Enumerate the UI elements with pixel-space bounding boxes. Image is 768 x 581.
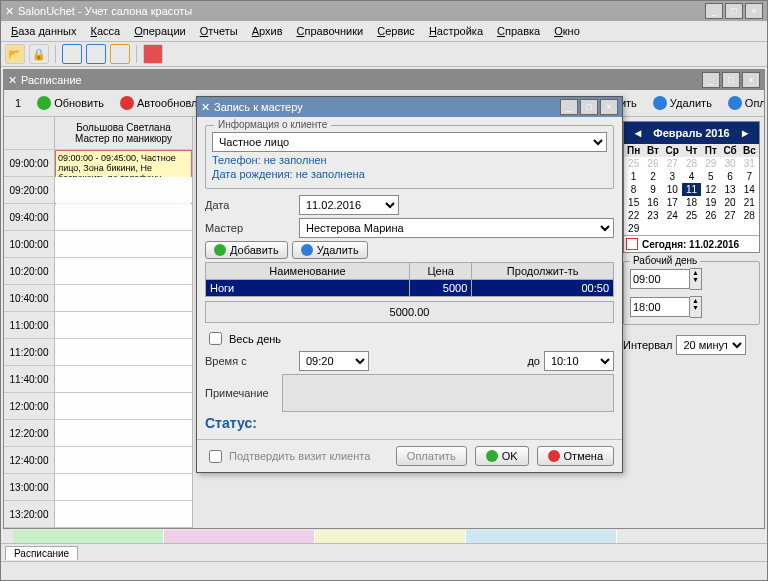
cal-day[interactable]: 27 <box>720 209 739 222</box>
window-icon-3[interactable] <box>110 44 130 64</box>
sub-close[interactable]: × <box>742 72 760 88</box>
window-icon-1[interactable] <box>62 44 82 64</box>
schedule-cell[interactable] <box>55 339 192 365</box>
workday-from[interactable]: ▲▼ <box>630 268 753 290</box>
cal-day[interactable] <box>682 222 701 235</box>
cal-day[interactable]: 2 <box>643 170 662 183</box>
confirm-check[interactable] <box>209 450 222 463</box>
cal-day[interactable]: 25 <box>624 157 643 170</box>
schedule-cell[interactable]: 09:00:00 - 09:45:00, Частное лицо, Зона … <box>55 150 192 176</box>
dlg-ok-btn[interactable]: OK <box>475 446 529 466</box>
cal-day[interactable] <box>643 222 662 235</box>
cal-day[interactable]: 5 <box>701 170 720 183</box>
pay-btn[interactable]: Оплатить <box>721 93 764 113</box>
cal-day[interactable]: 12 <box>701 183 720 196</box>
timeto-select[interactable]: 10:10 <box>544 351 614 371</box>
workday-from-input[interactable] <box>630 269 690 289</box>
schedule-tab[interactable]: Расписание <box>5 546 78 560</box>
schedule-cell[interactable] <box>55 258 192 284</box>
cal-day[interactable]: 24 <box>663 209 682 222</box>
client-type-select[interactable]: Частное лицо <box>212 132 607 152</box>
page-tab[interactable]: 1 <box>8 94 28 112</box>
sub-minimize[interactable]: _ <box>702 72 720 88</box>
menu-item[interactable]: Окно <box>548 23 586 39</box>
menu-item[interactable]: База данных <box>5 23 83 39</box>
cal-day[interactable]: 21 <box>740 196 759 209</box>
interval-select[interactable]: 20 минут <box>676 335 746 355</box>
cal-prev[interactable]: ◄ <box>628 127 647 139</box>
schedule-cell[interactable] <box>55 393 192 419</box>
spin-down[interactable]: ▼ <box>690 304 701 311</box>
menu-item[interactable]: Настройка <box>423 23 489 39</box>
schedule-cell[interactable] <box>55 474 192 500</box>
cal-day[interactable]: 26 <box>643 157 662 170</box>
workday-to-input[interactable] <box>630 297 690 317</box>
note-field[interactable] <box>282 374 614 412</box>
menu-item[interactable]: Справка <box>491 23 546 39</box>
menu-item[interactable]: Сервис <box>371 23 421 39</box>
cal-day[interactable]: 20 <box>720 196 739 209</box>
cal-next[interactable]: ► <box>736 127 755 139</box>
cal-day[interactable] <box>663 222 682 235</box>
schedule-cell[interactable] <box>55 366 192 392</box>
cal-day[interactable]: 3 <box>663 170 682 183</box>
minimize-btn[interactable]: _ <box>705 3 723 19</box>
lock-icon[interactable]: 🔒 <box>29 44 49 64</box>
dlg-cancel-btn[interactable]: Отмена <box>537 446 614 466</box>
dlg-min[interactable]: _ <box>560 99 578 115</box>
cal-day[interactable]: 22 <box>624 209 643 222</box>
cal-day[interactable]: 9 <box>643 183 662 196</box>
cal-day[interactable] <box>720 222 739 235</box>
date-select[interactable]: 11.02.2016 <box>299 195 399 215</box>
master-select[interactable]: Нестерова Марина <box>299 218 614 238</box>
schedule-cell[interactable] <box>55 312 192 338</box>
cal-day[interactable]: 10 <box>663 183 682 196</box>
cal-day[interactable]: 8 <box>624 183 643 196</box>
schedule-cell[interactable] <box>55 447 192 473</box>
sub-maximize[interactable]: □ <box>722 72 740 88</box>
dlg-pay-btn[interactable]: Оплатить <box>396 446 467 466</box>
cal-day[interactable] <box>701 222 720 235</box>
schedule-cell[interactable] <box>55 420 192 446</box>
svc-del-btn[interactable]: Удалить <box>292 241 368 259</box>
dlg-close[interactable]: × <box>600 99 618 115</box>
cal-day[interactable]: 6 <box>720 170 739 183</box>
spin-up[interactable]: ▲ <box>690 297 701 304</box>
menu-item[interactable]: Касса <box>85 23 127 39</box>
cal-day[interactable]: 1 <box>624 170 643 183</box>
cal-day[interactable]: 29 <box>701 157 720 170</box>
cal-day[interactable]: 26 <box>701 209 720 222</box>
cal-day[interactable]: 7 <box>740 170 759 183</box>
cal-day[interactable]: 30 <box>720 157 739 170</box>
timefrom-select[interactable]: 09:20 <box>299 351 369 371</box>
open-icon[interactable]: 📂 <box>5 44 25 64</box>
cal-day[interactable]: 31 <box>740 157 759 170</box>
cal-day[interactable]: 16 <box>643 196 662 209</box>
maximize-btn[interactable]: □ <box>725 3 743 19</box>
allday-check[interactable] <box>209 332 222 345</box>
cal-day[interactable]: 18 <box>682 196 701 209</box>
cal-day[interactable]: 23 <box>643 209 662 222</box>
cal-day[interactable]: 19 <box>701 196 720 209</box>
cal-day[interactable]: 11 <box>682 183 701 196</box>
schedule-cell[interactable] <box>55 204 192 230</box>
schedule-cell[interactable] <box>55 231 192 257</box>
schedule-cell[interactable] <box>55 177 192 203</box>
schedule-cell[interactable] <box>55 285 192 311</box>
cal-day[interactable]: 27 <box>663 157 682 170</box>
menu-item[interactable]: Архив <box>246 23 289 39</box>
close-btn[interactable]: × <box>745 3 763 19</box>
cal-day[interactable]: 13 <box>720 183 739 196</box>
cal-day[interactable] <box>740 222 759 235</box>
chart-icon[interactable] <box>143 44 163 64</box>
menu-item[interactable]: Операции <box>128 23 191 39</box>
spin-up[interactable]: ▲ <box>690 269 701 276</box>
svc-add-btn[interactable]: Добавить <box>205 241 288 259</box>
schedule-cell[interactable] <box>55 501 192 527</box>
dlg-max[interactable]: □ <box>580 99 598 115</box>
workday-to[interactable]: ▲▼ <box>630 296 753 318</box>
menu-item[interactable]: Справочники <box>291 23 370 39</box>
refresh-btn[interactable]: Обновить <box>30 93 111 113</box>
cal-day[interactable]: 25 <box>682 209 701 222</box>
cal-day[interactable]: 29 <box>624 222 643 235</box>
